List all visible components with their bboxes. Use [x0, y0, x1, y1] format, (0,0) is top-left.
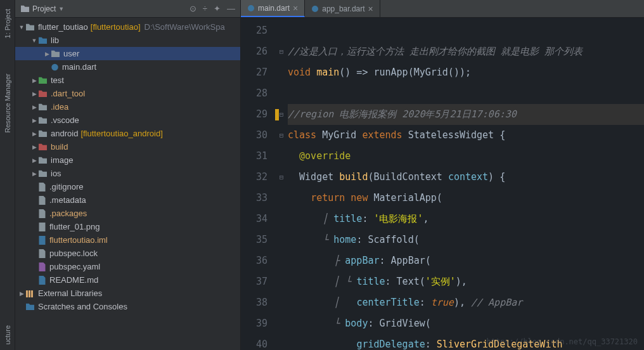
tree-iml[interactable]: fluttertoutiao.iml — [15, 233, 240, 247]
project-icon — [20, 4, 30, 13]
editor-tabs: main.dart × app_bar.dart × — [241, 0, 644, 18]
tree-user[interactable]: ▶ user — [15, 47, 240, 60]
svg-rect-2 — [29, 290, 30, 297]
folder-icon — [38, 76, 48, 84]
fold-column: ⊟⊟⊟⊟ — [275, 18, 288, 350]
dart-file-icon — [51, 63, 59, 72]
file-icon — [38, 183, 46, 191]
svg-point-5 — [312, 6, 318, 12]
tree-pubspecyaml[interactable]: pubspec.yaml — [15, 260, 240, 273]
svg-rect-3 — [31, 290, 33, 297]
svg-point-0 — [51, 63, 58, 70]
tree-idea[interactable]: ▶ .idea — [15, 100, 240, 113]
tree-packages[interactable]: .packages — [15, 207, 240, 220]
dart-file-icon — [247, 4, 255, 12]
close-icon[interactable]: × — [368, 4, 373, 14]
expand-icon[interactable]: ÷ — [203, 4, 207, 13]
folder-icon — [38, 129, 48, 138]
project-tree: ▼ flutter_toutiao [fluttertoutiao] D:\So… — [15, 18, 240, 313]
file-icon — [38, 236, 46, 245]
project-panel: Project ▼ ⊙ ÷ ✦ — ▼ flutter_toutiao [flu… — [15, 0, 241, 350]
folder-icon — [38, 156, 48, 164]
watermark: https://blog.csdn.net/qq_33721320 — [487, 337, 638, 346]
library-icon — [25, 289, 35, 298]
tree-flutter01[interactable]: flutter_01.png — [15, 220, 240, 233]
gear-icon[interactable]: ✦ — [214, 4, 221, 13]
side-tab-resource-manager[interactable]: Resource Manager — [3, 68, 13, 138]
close-icon[interactable]: × — [293, 3, 298, 13]
gutter: 25 26 27 28 29 30 31 32 33 34 35 36 37 3… — [241, 18, 275, 350]
tree-darttool[interactable]: ▶ .dart_tool — [15, 87, 240, 100]
yaml-icon — [38, 262, 46, 271]
tree-test[interactable]: ▶ test — [15, 74, 240, 87]
folder-icon — [51, 49, 60, 58]
locate-icon[interactable]: ⊙ — [190, 4, 196, 13]
md-icon — [38, 276, 46, 285]
tree-build[interactable]: ▶ build — [15, 140, 240, 153]
tree-root[interactable]: ▼ flutter_toutiao [fluttertoutiao] D:\So… — [15, 20, 240, 34]
folder-icon — [38, 143, 48, 151]
svg-point-4 — [248, 5, 254, 11]
tree-gitignore[interactable]: .gitignore — [15, 180, 240, 193]
tree-lib[interactable]: ▼ lib — [15, 34, 240, 47]
tree-ios[interactable]: ▶ ios — [15, 167, 240, 180]
folder-icon — [38, 116, 48, 124]
scratch-icon — [25, 302, 35, 311]
minimize-icon[interactable]: — — [227, 4, 235, 13]
svg-rect-1 — [26, 290, 28, 297]
folder-icon — [25, 23, 35, 31]
tab-app-bar-dart[interactable]: app_bar.dart × — [305, 0, 380, 17]
editor-area: main.dart × app_bar.dart × 25 26 27 28 2… — [241, 0, 644, 350]
panel-title[interactable]: Project ▼ — [20, 4, 186, 13]
folder-icon — [38, 169, 48, 178]
tree-main-dart[interactable]: main.dart — [15, 60, 240, 74]
side-tab-project[interactable]: 1: Project — [3, 4, 13, 43]
image-icon — [38, 223, 46, 231]
chevron-down-icon: ▼ — [58, 6, 64, 12]
folder-icon — [38, 36, 48, 44]
code-editor[interactable]: 25 26 27 28 29 30 31 32 33 34 35 36 37 3… — [241, 18, 644, 350]
folder-icon — [38, 103, 48, 111]
dart-file-icon — [311, 5, 319, 13]
tab-main-dart[interactable]: main.dart × — [241, 0, 305, 17]
tree-external-libraries[interactable]: ▶ External Libraries — [15, 287, 240, 300]
file-icon — [38, 196, 46, 205]
panel-header: Project ▼ ⊙ ÷ ✦ — — [15, 0, 240, 18]
tree-metadata[interactable]: .metadata — [15, 193, 240, 207]
caret-marker — [275, 109, 279, 120]
tree-android[interactable]: ▶ android [fluttertoutiao_android] — [15, 127, 240, 140]
side-tab-structure[interactable]: ucture — [3, 320, 13, 350]
tree-pubspeclock[interactable]: pubspec.lock — [15, 247, 240, 260]
tree-vscode[interactable]: ▶ .vscode — [15, 113, 240, 127]
tree-image[interactable]: ▶ image — [15, 153, 240, 167]
file-icon — [38, 209, 46, 218]
tree-scratches[interactable]: Scratches and Consoles — [15, 300, 240, 313]
tree-readme[interactable]: README.md — [15, 273, 240, 287]
code-content[interactable]: //这是入口，运行这个方法 走出刚才给你的截图 就是电影 那个列表 void m… — [288, 18, 644, 350]
folder-icon — [38, 89, 48, 98]
file-icon — [38, 249, 46, 258]
